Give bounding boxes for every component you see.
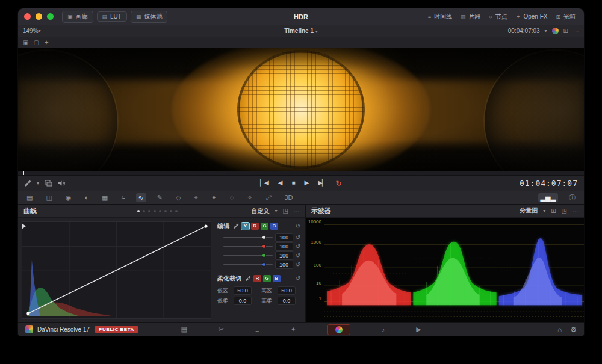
curve-left-handle[interactable]: [22, 223, 26, 229]
page-deliver-button[interactable]: ▶: [416, 325, 421, 333]
scopes-toggle-icon[interactable]: ▂▅▂: [538, 193, 558, 202]
reset-icon[interactable]: ↺: [296, 252, 300, 259]
channel-button[interactable]: G: [261, 223, 268, 230]
go-first-button[interactable]: ▏◀: [260, 179, 268, 188]
page-dot[interactable]: [148, 210, 150, 212]
motion-effects-icon[interactable]: ≈: [119, 193, 127, 202]
lut-button[interactable]: ▤ LUT: [97, 11, 127, 22]
blur-icon[interactable]: ◌: [228, 193, 237, 202]
channel-button[interactable]: G: [263, 275, 271, 282]
rgb-mixer-icon[interactable]: ▦: [99, 193, 110, 202]
clips-button[interactable]: ▥ 片段: [458, 11, 483, 22]
sizing-icon[interactable]: ⤢: [264, 193, 274, 202]
channel-button[interactable]: Y: [241, 223, 249, 230]
nodes-button[interactable]: ○ 节点: [486, 11, 509, 22]
reset-icon[interactable]: ↺: [296, 243, 300, 250]
page-edit-button[interactable]: ≡: [255, 326, 259, 333]
slider-thumb[interactable]: [262, 235, 266, 239]
audio-mute-icon[interactable]: [58, 180, 66, 187]
color-match-icon[interactable]: ◫: [43, 193, 54, 202]
slider-value-field[interactable]: 100: [275, 261, 293, 269]
page-dot[interactable]: [143, 210, 145, 212]
camera-raw-icon[interactable]: ▤: [24, 193, 35, 202]
slider-value-field[interactable]: 100: [275, 242, 293, 251]
playhead-marker[interactable]: [23, 171, 24, 175]
minimize-window-button[interactable]: [36, 13, 42, 20]
media-pool-button[interactable]: ▦ 媒体池: [131, 11, 168, 23]
qualifier-icon[interactable]: ✎: [155, 193, 165, 202]
channel-button[interactable]: B: [273, 275, 281, 282]
expand-panel-icon[interactable]: ◳: [562, 208, 567, 214]
field-value[interactable]: 50.0: [278, 286, 296, 295]
gain-slider[interactable]: [223, 255, 273, 256]
slider-thumb[interactable]: [262, 244, 266, 248]
field-value[interactable]: 50.0: [234, 286, 252, 295]
expand-panel-icon[interactable]: ◳: [283, 208, 288, 214]
gallery-button[interactable]: ▣ 画廊: [62, 11, 93, 23]
play-button[interactable]: ▶: [304, 179, 308, 188]
slider-thumb[interactable]: [262, 262, 266, 267]
compare-wipe-icon[interactable]: [45, 180, 52, 187]
field-value[interactable]: 0.0: [234, 297, 252, 305]
stop-button[interactable]: ■: [291, 179, 294, 188]
more-options-icon[interactable]: ⋯: [294, 208, 300, 214]
page-dot[interactable]: [170, 210, 172, 212]
slider-value-field[interactable]: 100: [275, 233, 293, 242]
key-icon[interactable]: ✧: [244, 193, 255, 202]
gain-slider[interactable]: [223, 246, 273, 247]
loop-button[interactable]: ↻: [336, 179, 342, 188]
page-dot[interactable]: [164, 210, 167, 212]
curve-editor[interactable]: [22, 221, 211, 319]
chevron-down-icon[interactable]: ▾: [543, 208, 545, 214]
color-wheels-icon[interactable]: ◉: [63, 193, 74, 202]
page-media-button[interactable]: ▤: [181, 325, 187, 333]
openfx-button[interactable]: ✦ Open FX: [514, 12, 550, 21]
picker-icon[interactable]: [233, 223, 239, 229]
reset-icon[interactable]: ↺: [296, 275, 300, 282]
reset-icon[interactable]: ↺: [296, 223, 300, 229]
stereo-3d-icon[interactable]: 3D: [282, 193, 295, 202]
slider-value-field[interactable]: 100: [275, 251, 293, 260]
step-back-button[interactable]: ◀: [278, 179, 282, 188]
timeline-selector[interactable]: Timeline 1 ▾: [18, 28, 584, 34]
gear-icon[interactable]: ⚙: [570, 325, 577, 334]
reset-icon[interactable]: ↺: [296, 261, 300, 268]
hdr-grade-icon[interactable]: ◐: [82, 193, 91, 202]
home-icon[interactable]: ⌂: [557, 325, 562, 334]
wipe-split-icon[interactable]: ▢: [33, 39, 39, 46]
page-dot[interactable]: [154, 210, 156, 212]
page-color-button[interactable]: [327, 324, 350, 335]
viewer-scrub-bar[interactable]: [18, 171, 584, 176]
channel-button[interactable]: R: [251, 223, 259, 230]
page-dot[interactable]: [175, 210, 178, 212]
scope-mode-select[interactable]: 分量图: [520, 206, 538, 215]
magic-wand-icon[interactable]: ✦: [44, 39, 49, 46]
window-icon[interactable]: ◇: [173, 193, 183, 202]
go-last-button[interactable]: ▶▏: [318, 179, 326, 188]
close-window-button[interactable]: [24, 13, 31, 20]
more-options-icon[interactable]: ⋯: [573, 208, 579, 214]
gain-slider[interactable]: [223, 264, 273, 265]
field-value[interactable]: 0.0: [278, 297, 296, 305]
lightbox-button[interactable]: ⊞ 光箱: [553, 11, 578, 22]
page-cut-button[interactable]: ✂: [219, 325, 224, 333]
gain-slider[interactable]: [223, 237, 273, 238]
page-dot[interactable]: [137, 210, 140, 212]
picker-icon[interactable]: [245, 276, 251, 282]
magic-mask-icon[interactable]: ✦: [209, 193, 219, 202]
chevron-down-icon[interactable]: ▾: [275, 208, 278, 214]
zoom-window-button[interactable]: [47, 13, 54, 20]
channel-button[interactable]: B: [270, 223, 278, 230]
scope-grid-icon[interactable]: ⊞: [551, 208, 556, 214]
eyedropper-icon[interactable]: [24, 180, 31, 187]
slider-thumb[interactable]: [262, 253, 266, 258]
tracker-icon[interactable]: ⌖: [191, 193, 200, 202]
channel-button[interactable]: R: [253, 275, 261, 282]
page-fusion-button[interactable]: ✦: [290, 325, 296, 333]
timeline-button[interactable]: ≡ 时间线: [426, 11, 455, 22]
curves-icon[interactable]: ∿: [136, 193, 146, 202]
info-icon[interactable]: ⓘ: [566, 193, 578, 203]
page-dot[interactable]: [159, 210, 161, 212]
reset-icon[interactable]: ↺: [296, 234, 300, 241]
chevron-down-icon[interactable]: ▾: [37, 180, 39, 186]
